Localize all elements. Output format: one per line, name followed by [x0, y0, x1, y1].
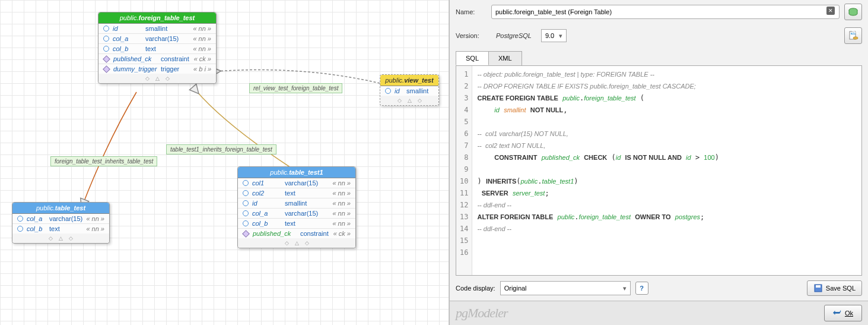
entity-footer: ◇△◇: [98, 74, 216, 83]
constraint-row[interactable]: published_ckconstraint« ck »: [98, 54, 216, 64]
name-label: Name:: [456, 8, 487, 15]
column-row[interactable]: col_avarchar(15)« nn »: [238, 209, 355, 219]
entity-footer: ◇△◇: [12, 234, 109, 243]
code-editor[interactable]: 12345678910111213141516 -- object: publi…: [456, 65, 862, 276]
code-display-select[interactable]: Original: [500, 281, 631, 295]
code-content[interactable]: -- object: public.foreign_table_test | t…: [472, 66, 861, 275]
column-row[interactable]: col_btext« nn »: [12, 224, 109, 234]
svg-text:SQL: SQL: [851, 30, 859, 35]
relationship-label[interactable]: foreign_table_test_inherits_table_test: [50, 156, 157, 166]
name-input[interactable]: [491, 5, 840, 19]
column-row[interactable]: idsmallint: [380, 86, 438, 96]
version-label: Version:: [456, 32, 487, 39]
object-type-button[interactable]: [844, 4, 862, 20]
constraint-row[interactable]: published_ckconstraint« ck »: [238, 229, 355, 238]
relationship-label[interactable]: rel_view_test_foreign_table_test: [249, 83, 342, 93]
column-row[interactable]: idsmallint« nn »: [238, 198, 355, 209]
entity-header[interactable]: public.view_test: [380, 75, 438, 86]
column-row[interactable]: idsmallint« nn »: [98, 24, 216, 34]
clear-icon[interactable]: ✕: [826, 7, 835, 15]
entity-foreign-table-test[interactable]: public.foreign_table_test idsmallint« nn…: [98, 12, 217, 84]
entity-header[interactable]: public.table_test1: [238, 167, 355, 178]
relationship-label[interactable]: table_test1_inherits_foreign_table_test: [166, 144, 276, 154]
app-logo: pgModeler: [456, 305, 508, 321]
ok-button[interactable]: ⮨Ok: [824, 305, 862, 321]
constraint-row[interactable]: dummy_triggertrigger« b i »: [98, 64, 216, 74]
column-row[interactable]: col_avarchar(15)« nn »: [12, 214, 109, 224]
save-sql-button[interactable]: Save SQL: [807, 280, 862, 296]
entity-table-test[interactable]: public.table_test col_avarchar(15)« nn »…: [12, 202, 110, 244]
tab-xml[interactable]: XML: [488, 51, 522, 65]
properties-panel: Name: ✕ Version: PostgreSQL 9.0 SQL SQL …: [449, 0, 868, 325]
line-gutter: 12345678910111213141516: [456, 66, 472, 275]
svg-point-4: [853, 37, 858, 39]
diagram-canvas[interactable]: public.foreign_table_test idsmallint« nn…: [0, 0, 449, 325]
column-row[interactable]: col_btext« nn »: [98, 44, 216, 54]
help-button[interactable]: ?: [635, 282, 648, 295]
svg-rect-6: [816, 285, 821, 288]
entity-footer: ◇△◇: [380, 96, 438, 105]
entity-header[interactable]: public.foreign_table_test: [98, 12, 216, 24]
entity-footer: ◇△◇: [238, 238, 355, 248]
column-row[interactable]: col_btext« nn »: [238, 219, 355, 229]
column-row[interactable]: col1varchar(15)« nn »: [238, 178, 355, 188]
sql-file-button[interactable]: SQL: [844, 27, 862, 44]
column-row[interactable]: col2text« nn »: [238, 188, 355, 198]
arrow-icon: ⮨: [833, 308, 841, 318]
code-display-label: Code display:: [456, 285, 495, 292]
entity-view-test[interactable]: public.view_test idsmallint ◇△◇: [380, 74, 439, 106]
version-select[interactable]: 9.0: [541, 29, 567, 42]
tab-sql[interactable]: SQL: [456, 51, 489, 65]
entity-header[interactable]: public.table_test: [12, 203, 109, 214]
version-engine: PostgreSQL: [491, 31, 536, 40]
entity-table-test1[interactable]: public.table_test1 col1varchar(15)« nn »…: [237, 166, 356, 248]
column-row[interactable]: col_avarchar(15)« nn »: [98, 34, 216, 44]
save-icon: [813, 283, 823, 293]
